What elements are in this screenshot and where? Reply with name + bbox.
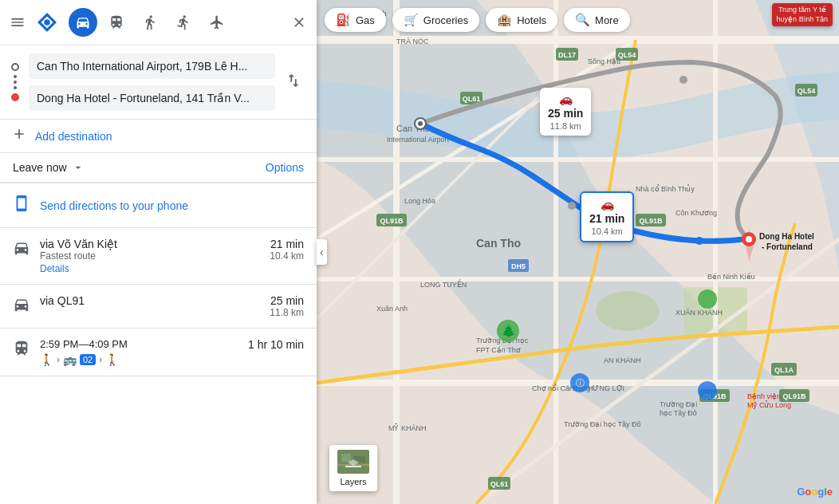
svg-rect-78 — [341, 454, 351, 462]
destination-input[interactable] — [29, 85, 275, 111]
svg-text:Nhà cổ Bình Thủy: Nhà cổ Bình Thủy — [636, 184, 695, 193]
svg-text:Xuân Anh: Xuân Anh — [376, 305, 408, 313]
route-bubble-21min[interactable]: 🚗 21 min 10.4 km — [580, 191, 634, 242]
more-pill[interactable]: 🔍 More — [564, 8, 630, 32]
svg-text:Trường Đại học Tây Đô: Trường Đại học Tây Đô — [564, 420, 641, 428]
close-button[interactable] — [291, 14, 307, 30]
svg-text:AN KHÁNH: AN KHÁNH — [604, 356, 641, 364]
route1-time-dist: 21 min 10.4 km — [270, 238, 304, 262]
svg-text:Côn Khương: Côn Khương — [676, 209, 717, 217]
options-button[interactable]: Options — [266, 161, 304, 174]
svg-text:QL91B: QL91B — [639, 217, 663, 225]
svg-text:QL91B: QL91B — [380, 217, 404, 225]
transit-steps: 🚶 › 🚌 02 › 🚶 — [40, 353, 128, 366]
origin-input[interactable] — [29, 53, 275, 79]
route1-name: via Võ Văn Kiệt — [40, 238, 260, 250]
svg-text:QL61: QL61 — [490, 480, 509, 488]
svg-text:QL54: QL54 — [618, 51, 636, 59]
svg-text:Can Tho: Can Tho — [476, 237, 521, 250]
more-label: More — [595, 14, 619, 26]
gas-label: Gas — [356, 14, 375, 26]
leave-now-button[interactable]: Leave now — [13, 161, 85, 174]
route2-name: via QL91 — [40, 294, 260, 307]
svg-point-67 — [568, 202, 576, 210]
svg-text:- Fortuneland: - Fortuneland — [762, 242, 813, 251]
destination-dot — [11, 93, 19, 101]
svg-text:Bệnh viện: Bệnh viện — [747, 392, 781, 400]
svg-text:học Tây Đô: học Tây Đô — [660, 409, 697, 417]
svg-text:Sông Hậu: Sông Hậu — [588, 57, 620, 65]
route-inputs — [0, 45, 317, 120]
transport-flight[interactable] — [203, 8, 231, 37]
walk-icon-1: 🚶 — [40, 353, 53, 366]
header-bar — [0, 0, 317, 45]
search-icon: 🔍 — [575, 13, 590, 27]
svg-rect-81 — [345, 466, 361, 467]
left-panel: Add destination Leave now Options Send d… — [0, 0, 317, 504]
svg-text:FPT Cần Thơ: FPT Cần Thơ — [476, 346, 521, 354]
route1-info: via Võ Văn Kiệt Fastest route Details — [40, 238, 260, 274]
add-icon — [11, 126, 27, 146]
transit-duration: 1 hr 10 min — [248, 338, 304, 366]
svg-point-66 — [746, 236, 752, 242]
bubble1-dist: 11.8 km — [550, 121, 581, 131]
bubble2-dist: 10.4 km — [592, 226, 623, 236]
svg-point-64 — [418, 121, 423, 126]
bus-icon: 🚌 — [63, 353, 77, 366]
groceries-label: Groceries — [423, 14, 468, 26]
svg-point-70 — [695, 237, 703, 245]
route1-car-icon — [13, 239, 30, 261]
add-destination-label: Add destination — [35, 130, 112, 143]
route2-dist: 11.8 km — [270, 307, 304, 318]
svg-text:MỸ KHÁNH: MỸ KHÁNH — [388, 423, 427, 432]
maps-logo — [35, 10, 59, 34]
bubble2-car-icon: 🚗 — [601, 198, 614, 211]
map-top-bar: Trung tâm Y tế huyện Bình Tân ⛽ Gas 🛒 Gr… — [317, 0, 839, 40]
svg-text:DL17: DL17 — [558, 51, 576, 59]
transport-car[interactable] — [69, 8, 97, 37]
route-option-2[interactable]: via QL91 25 min 11.8 km — [0, 285, 317, 329]
svg-text:Bến Ninh Kiều: Bến Ninh Kiều — [707, 273, 755, 281]
svg-point-76 — [698, 381, 717, 400]
bus-number: 02 — [80, 354, 96, 365]
route1-subtitle: Fastest route — [40, 250, 260, 262]
route-option-1[interactable]: via Võ Văn Kiệt Fastest route Details 21… — [0, 228, 317, 285]
origin-dot — [11, 63, 19, 71]
svg-text:🌲: 🌲 — [502, 325, 516, 338]
route1-details[interactable]: Details — [40, 263, 260, 274]
layers-button[interactable]: Layers — [329, 445, 377, 491]
svg-text:XUÂN KHÁNH: XUÂN KHÁNH — [676, 309, 723, 317]
svg-point-0 — [44, 19, 50, 26]
svg-text:International Airport: International Airport — [387, 136, 450, 144]
svg-text:DH5: DH5 — [511, 262, 526, 270]
transit-option[interactable]: 2:59 PM—4:09 PM 🚶 › 🚌 02 › 🚶 1 hr 10 min — [0, 329, 317, 376]
transit-info: 2:59 PM—4:09 PM 🚶 › 🚌 02 › 🚶 1 hr 10 min — [40, 338, 304, 366]
gas-pill[interactable]: ⛽ Gas — [325, 8, 386, 32]
swap-button[interactable] — [282, 69, 305, 96]
transport-bike[interactable] — [169, 8, 198, 37]
send-directions-label: Send directions to your phone — [40, 199, 188, 212]
layers-label: Layers — [340, 477, 366, 486]
bubble2-time: 21 min — [589, 212, 624, 225]
transport-transit[interactable] — [102, 8, 131, 37]
svg-text:ⓘ: ⓘ — [576, 378, 585, 388]
transit-time-range: 2:59 PM—4:09 PM — [40, 338, 128, 350]
transport-walk[interactable] — [136, 8, 164, 37]
groceries-pill[interactable]: 🛒 Groceries — [392, 8, 479, 32]
svg-text:HƯNG LỢI: HƯNG LỢI — [588, 384, 624, 392]
menu-icon[interactable] — [10, 14, 26, 30]
route-bubble-25min[interactable]: 🚗 25 min 11.8 km — [540, 88, 591, 136]
add-destination[interactable]: Add destination — [0, 120, 317, 153]
hospital-pin: Trung tâm Y tế huyện Bình Tân — [772, 3, 833, 26]
groceries-icon: 🛒 — [404, 13, 419, 27]
route2-info: via QL91 — [40, 294, 260, 307]
leave-now-label: Leave now — [13, 161, 67, 174]
send-directions[interactable]: Send directions to your phone — [0, 183, 317, 228]
collapse-panel-button[interactable]: ‹ — [317, 239, 327, 265]
route2-car-icon — [13, 296, 30, 317]
waypoint-icons — [11, 63, 19, 101]
hotels-pill[interactable]: 🏨 Hotels — [486, 8, 557, 32]
google-logo: Google — [797, 486, 833, 498]
svg-text:Mỹ Cửu Long: Mỹ Cửu Long — [747, 400, 791, 409]
transit-icon — [13, 340, 30, 361]
